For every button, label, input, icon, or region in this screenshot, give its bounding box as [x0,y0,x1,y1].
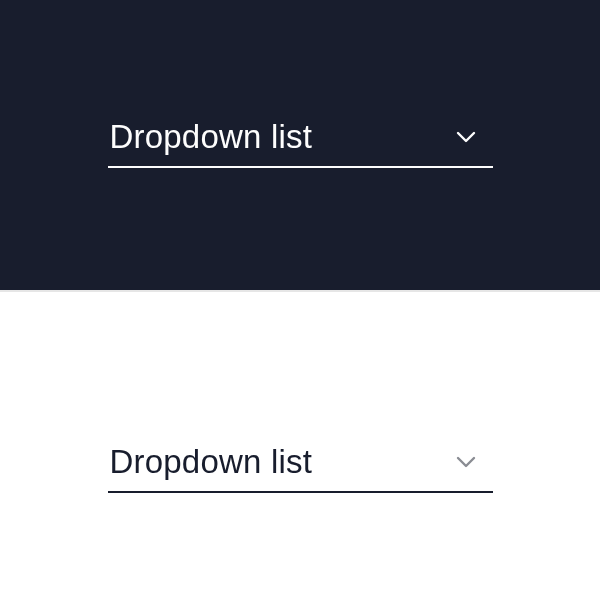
light-theme-panel: Dropdown list [0,290,600,600]
chevron-down-icon [455,126,477,148]
dark-theme-panel: Dropdown list [0,0,600,290]
chevron-down-icon [455,451,477,473]
dropdown-label: Dropdown list [110,443,313,481]
dropdown-light[interactable]: Dropdown list [108,437,493,493]
dropdown-dark[interactable]: Dropdown list [108,112,493,168]
dropdown-label: Dropdown list [110,118,313,156]
